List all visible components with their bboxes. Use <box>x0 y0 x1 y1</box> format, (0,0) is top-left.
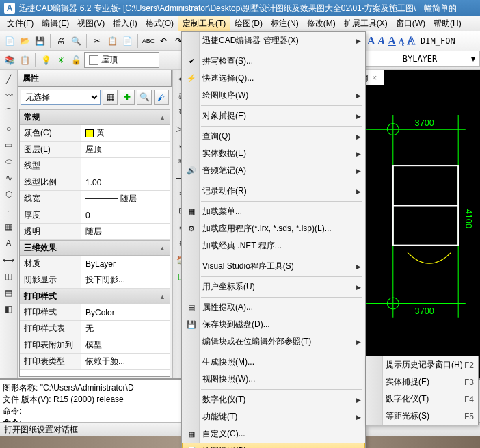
menu-item-29[interactable]: 数字化仪(T)▶ <box>182 391 365 408</box>
rect-tool-icon[interactable]: ▭ <box>2 138 16 152</box>
menu-item-6[interactable]: 对象捕捉(E)▶ <box>182 107 365 124</box>
prop-row[interactable]: 打印样式ByColor <box>20 304 170 321</box>
function-keys-submenu[interactable]: 提示历史记录窗口(H)F2实体捕捉(E)F3数字化仪(T)F4等距光标(S)F5 <box>366 356 479 425</box>
cut-icon[interactable]: ✂ <box>90 34 104 48</box>
bulb-icon[interactable]: 💡 <box>39 53 53 67</box>
polygon-tool-icon[interactable]: ⬡ <box>2 187 16 201</box>
submenu-item-0[interactable]: 提示历史记录窗口(H)F2 <box>366 356 478 373</box>
menu-item-18[interactable]: Visual Studio程序工具(S)▶ <box>182 258 365 275</box>
spellcheck-icon[interactable]: ABC <box>142 34 155 48</box>
style-a-normal[interactable]: A <box>367 35 375 47</box>
prop-row[interactable]: 线型比例1.00 <box>20 174 170 191</box>
layer-props-icon[interactable]: 📋 <box>18 53 31 67</box>
polyline-tool-icon[interactable]: 〰 <box>2 89 16 103</box>
chevron-down-icon[interactable]: ▾ <box>471 54 475 64</box>
menu-item-3[interactable]: ⚡快速选择(Q)... <box>182 70 365 87</box>
bylayer-selector[interactable]: BYLAYER ▾ <box>364 51 480 67</box>
selection-filter[interactable]: 无选择 <box>21 90 101 105</box>
menu-1[interactable]: 编辑(E) <box>38 16 73 31</box>
menu-bar[interactable]: 文件(F)编辑(E)视图(V)插入(I)格式(O)定制工具(T)绘图(D)标注(… <box>0 16 480 31</box>
style-a-out[interactable]: A <box>407 35 415 47</box>
menu-item-4[interactable]: 绘图顺序(W)▶ <box>182 87 365 104</box>
text-tool-icon[interactable]: A <box>2 237 16 250</box>
menu-item-30[interactable]: 功能键(T)▶ <box>182 408 365 425</box>
submenu-item-2[interactable]: 数字化仪(T)F4 <box>366 391 478 408</box>
prop-row[interactable]: 打印表类型依赖于颜... <box>20 354 170 370</box>
menu-item-8[interactable]: 查询(Q)▶ <box>182 128 365 145</box>
circle-tool-icon[interactable]: ○ <box>2 122 16 135</box>
print-icon[interactable]: 🖨 <box>54 34 68 48</box>
style-a-small[interactable]: Ą <box>399 36 405 47</box>
menu-item-20[interactable]: 用户坐标系(U)▶ <box>182 278 365 295</box>
point-tool-icon[interactable]: · <box>2 204 16 218</box>
menu-8[interactable]: 修改(M) <box>303 16 340 31</box>
line-tool-icon[interactable]: ╱ <box>2 73 16 86</box>
undo-icon[interactable]: ↶ <box>157 34 170 48</box>
sun-icon[interactable]: ☀ <box>54 53 68 67</box>
menu-item-32[interactable]: 📄绘图设置(D)... <box>182 443 365 448</box>
prop-section-threeD[interactable]: 三维效果 <box>20 240 170 256</box>
left-toolbar[interactable]: ╱ 〰 ⌒ ○ ▭ ⬭ ∿ ⬡ · ▦ A ⟷ ◫ ▤ ◧ <box>0 70 18 378</box>
dim-tool-icon[interactable]: ⟷ <box>2 253 16 267</box>
prop-row[interactable]: 线型 <box>20 158 170 174</box>
style-toolbar[interactable]: A A A Ą A DIM_FON <box>364 31 480 51</box>
prop-row[interactable]: 图层(L)屋顶 <box>20 142 170 158</box>
layer-selector[interactable]: 屋顶 <box>84 52 159 68</box>
menu-item-0[interactable]: 迅捷CAD编辑器 管理器(X)▶ <box>182 32 365 49</box>
close-icon[interactable]: × <box>372 73 377 83</box>
copy-icon[interactable]: 📋 <box>105 34 119 48</box>
style-a-italic[interactable]: A <box>378 35 386 47</box>
menu-4[interactable]: 格式(O) <box>142 16 178 31</box>
menu-item-15[interactable]: ⚙加载应用程序(*.irx, *.sds, *.lsp)(L)... <box>182 220 365 237</box>
menu-item-2[interactable]: ✔拼写检查(S)... <box>182 53 365 70</box>
prop-row[interactable]: 颜色(C)黄 <box>20 125 170 142</box>
region-tool-icon[interactable]: ◧ <box>2 302 16 316</box>
menu-3[interactable]: 插入(I) <box>109 16 141 31</box>
hatch-tool-icon[interactable]: ▦ <box>2 220 16 234</box>
prop-row[interactable]: 阴影显示投下阴影... <box>20 272 170 289</box>
layer-visible-checkbox[interactable] <box>89 55 98 65</box>
menu-item-26[interactable]: 生成快照(M)... <box>182 354 365 371</box>
prop-row[interactable]: 厚度0 <box>20 207 170 224</box>
prop-row[interactable]: 材质ByLayer <box>20 256 170 272</box>
menu-item-16[interactable]: 加载经典 .NET 程序... <box>182 237 365 254</box>
spline-tool-icon[interactable]: ∿ <box>2 171 16 185</box>
menu-item-31[interactable]: ▦自定义(C)... <box>182 425 365 443</box>
open-icon[interactable]: 📂 <box>18 34 31 48</box>
menu-item-24[interactable]: 编辑块或在位编辑外部参照(T)▶ <box>182 333 365 350</box>
style-a-under[interactable]: A <box>388 35 396 47</box>
block-tool-icon[interactable]: ◫ <box>2 269 16 283</box>
submenu-item-1[interactable]: 实体捕捉(E)F3 <box>366 373 478 391</box>
menu-0[interactable]: 文件(F) <box>3 16 38 31</box>
arc-tool-icon[interactable]: ⌒ <box>2 105 16 119</box>
prop-btn-4[interactable]: 🖌 <box>154 90 169 105</box>
prop-section-print[interactable]: 打印样式 <box>20 289 170 304</box>
menu-item-14[interactable]: ▦加载菜单... <box>182 203 365 220</box>
menu-9[interactable]: 扩展工具(X) <box>340 16 392 31</box>
prop-btn-1[interactable]: ▦ <box>103 90 118 105</box>
menu-7[interactable]: 标注(N) <box>267 16 303 31</box>
prop-row[interactable]: 透明随层 <box>20 224 170 240</box>
new-icon[interactable]: 📄 <box>3 34 16 48</box>
prop-row[interactable]: 线宽———— 随层 <box>20 191 170 207</box>
tools-menu-dropdown[interactable]: 迅捷CAD编辑器 管理器(X)▶✔拼写检查(S)...⚡快速选择(Q)...绘图… <box>181 31 366 448</box>
menu-item-22[interactable]: ▤属性提取(A)... <box>182 299 365 316</box>
save-icon[interactable]: 💾 <box>33 34 46 48</box>
prop-section-general[interactable]: 常规 <box>20 109 170 125</box>
menu-item-23[interactable]: 💾保存块到磁盘(D)... <box>182 316 365 333</box>
menu-item-27[interactable]: 视图快照(W)... <box>182 371 365 388</box>
preview-icon[interactable]: 🔍 <box>69 34 83 48</box>
menu-6[interactable]: 绘图(D) <box>230 16 267 31</box>
menu-10[interactable]: 窗口(W) <box>392 16 429 31</box>
menu-item-10[interactable]: 🔊音频笔记(A)▶ <box>182 162 365 179</box>
submenu-item-3[interactable]: 等距光标(S)F5 <box>366 408 478 425</box>
menu-11[interactable]: 帮助(H) <box>429 16 466 31</box>
ellipse-tool-icon[interactable]: ⬭ <box>2 155 16 168</box>
menu-5[interactable]: 定制工具(T) <box>178 16 230 31</box>
paste-icon[interactable]: 📄 <box>120 34 134 48</box>
prop-btn-3[interactable]: 🔍 <box>137 90 152 105</box>
menu-item-9[interactable]: 实体数据(E)▶ <box>182 145 365 162</box>
menu-2[interactable]: 视图(V) <box>73 16 109 31</box>
properties-toolbar[interactable]: 无选择 ▦ ✚ 🔍 🖌 <box>18 87 172 107</box>
properties-grid[interactable]: 常规颜色(C)黄图层(L)屋顶线型线型比例1.00线宽———— 随层厚度0透明随… <box>19 109 170 377</box>
